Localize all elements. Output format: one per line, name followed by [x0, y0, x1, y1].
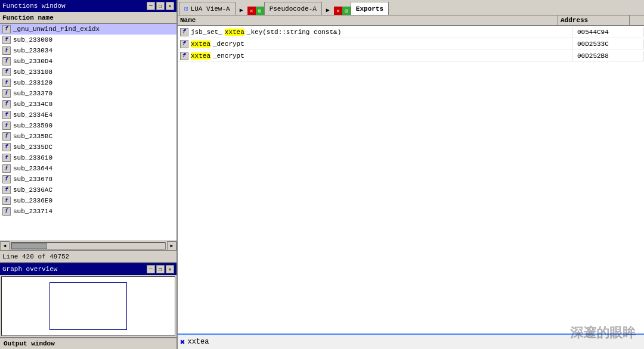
name-text: jsb_set_ [191, 29, 222, 36]
function-name: sub_2335DC [13, 144, 52, 151]
function-name: sub_2334E4 [13, 111, 52, 119]
name-text: _decrypt [213, 40, 244, 48]
graph-restore-btn[interactable]: ❐ [156, 265, 165, 273]
table-row[interactable]: fxxtea_decrypt00D2533C [178, 38, 644, 50]
right-panel: ⊡LUA View-A▶✕⊞Pseudocode-A▶✕⊞Exports Nam… [178, 0, 644, 349]
function-item[interactable]: fsub_2335DC [0, 142, 177, 152]
minimize-btn[interactable]: — [147, 2, 155, 10]
function-item[interactable]: fsub_2336E0 [0, 195, 177, 206]
tab-pseudocode[interactable]: Pseudocode-A [264, 2, 322, 15]
name-text: _encrypt [213, 52, 244, 60]
graph-minimize-btn[interactable]: — [147, 265, 155, 273]
graph-controls: — ❐ ✕ [147, 265, 174, 273]
function-icon: f [2, 132, 11, 141]
graph-rect [49, 282, 127, 330]
tab-exports-label: Exports [356, 5, 383, 13]
function-item[interactable]: fsub_233714 [0, 206, 177, 217]
function-icon: f [2, 207, 11, 216]
pseudocode-close-btn[interactable]: ✕ [334, 7, 342, 15]
function-icon: f [2, 25, 11, 33]
function-name: sub_233610 [13, 154, 52, 161]
function-item[interactable]: fsub_233000 [0, 35, 177, 45]
export-icon-1[interactable]: ⊞ [256, 7, 264, 15]
function-name: sub_2330D4 [13, 58, 52, 65]
function-item[interactable]: fsub_2335BC [0, 131, 177, 142]
function-icon: f [2, 175, 11, 183]
cell-address: 00D2533C [572, 39, 644, 49]
titlebar-controls: — ❐ ✕ [147, 2, 174, 10]
table-row[interactable]: fxxtea_encrypt00D252B8 [178, 50, 644, 62]
table-row[interactable]: fjsb_set_xxtea_key(std::string const&)00… [178, 26, 644, 38]
function-item[interactable]: fsub_2330D4 [0, 56, 177, 67]
cell-address: 00D252B8 [572, 51, 644, 61]
pseudocode-forward-icon[interactable]: ▶ [323, 5, 333, 15]
function-item[interactable]: fsub_2334E4 [0, 110, 177, 120]
scroll-right-btn[interactable]: ▶ [167, 241, 177, 251]
function-name: sub_233108 [13, 68, 52, 76]
function-icon: f [2, 164, 11, 173]
function-item[interactable]: fsub_2336AC [0, 185, 177, 195]
function-icon: f [2, 36, 11, 44]
cell-address: 00544C94 [572, 27, 644, 37]
function-name: sub_233000 [13, 36, 52, 43]
scroll-left-btn[interactable]: ◀ [0, 241, 10, 251]
function-name: sub_233590 [13, 122, 52, 129]
row-function-icon: f [180, 52, 188, 60]
col-search-header [630, 15, 644, 25]
search-bar: ✖ 深邃的眼眸 [178, 334, 644, 349]
function-item[interactable]: fsub_233590 [0, 120, 177, 131]
exports-table: Name Address fjsb_set_xxtea_key(std::str… [178, 15, 644, 334]
function-icon: f [2, 68, 11, 76]
function-item[interactable]: fsub_233370 [0, 88, 177, 99]
function-column-header: Function name [0, 12, 177, 24]
tab-pseudocode-label: Pseudocode-A [270, 5, 317, 13]
row-function-icon: f [180, 28, 188, 36]
horizontal-scrollbar[interactable]: ◀ ▶ [0, 241, 177, 250]
right-content: Name Address fjsb_set_xxtea_key(std::str… [178, 15, 644, 334]
tab-bar: ⊡LUA View-A▶✕⊞Pseudocode-A▶✕⊞Exports [178, 0, 644, 15]
function-icon: f [2, 186, 11, 194]
function-item[interactable]: fsub_233644 [0, 163, 177, 174]
restore-btn[interactable]: ❐ [156, 2, 165, 10]
function-item[interactable]: fsub_233108 [0, 67, 177, 77]
function-icon: f [2, 57, 11, 66]
graph-panel: Graph overview — ❐ ✕ [0, 262, 177, 337]
close-btn[interactable]: ✕ [166, 2, 174, 10]
cell-name: fxxtea_encrypt [178, 51, 572, 61]
row-function-icon: f [180, 40, 188, 48]
tab-lua-label: LUA View-A [191, 5, 230, 13]
function-item[interactable]: fsub_233034 [0, 45, 177, 56]
function-name: sub_233120 [13, 79, 52, 86]
function-list[interactable]: f_gnu_Unwind_Find_exidxfsub_233000fsub_2… [0, 24, 177, 241]
graph-title: Graph overview [2, 266, 57, 273]
function-item[interactable]: fsub_233678 [0, 174, 177, 185]
function-icon: f [2, 46, 11, 55]
col-name-header: Name [178, 15, 558, 25]
status-line: Line 420 of 49752 [0, 250, 177, 262]
tab-exports[interactable]: Exports [351, 2, 389, 15]
function-icon: f [2, 79, 11, 87]
function-icon: f [2, 89, 11, 98]
tab-forward-icon[interactable]: ▶ [237, 5, 246, 15]
function-column-label: Function name [2, 14, 54, 21]
function-icon: f [2, 111, 11, 119]
main-area: Functions window — ❐ ✕ Function name f_g… [0, 0, 644, 349]
function-name: sub_233034 [13, 47, 52, 54]
export-icon-2[interactable]: ⊞ [342, 7, 351, 15]
highlighted-text: xxtea [225, 29, 244, 36]
function-item[interactable]: fsub_2334C0 [0, 99, 177, 110]
tab-lua-view[interactable]: ⊡LUA View-A [179, 2, 236, 15]
function-item[interactable]: f_gnu_Unwind_Find_exidx [0, 24, 177, 35]
watermark: 深邃的眼眸 [570, 324, 636, 342]
function-icon: f [2, 143, 11, 151]
function-item[interactable]: fsub_233120 [0, 77, 177, 88]
graph-close-btn[interactable]: ✕ [166, 265, 174, 273]
function-item[interactable]: fsub_233610 [0, 152, 177, 163]
search-input[interactable] [187, 338, 413, 346]
name-text: _key(std::string const&) [247, 29, 341, 36]
scroll-thumb[interactable] [11, 243, 47, 249]
status-text: Line 420 of 49752 [2, 253, 69, 260]
lua-close-btn[interactable]: ✕ [247, 7, 256, 15]
function-name: sub_233678 [13, 176, 52, 183]
table-header: Name Address [178, 15, 644, 26]
